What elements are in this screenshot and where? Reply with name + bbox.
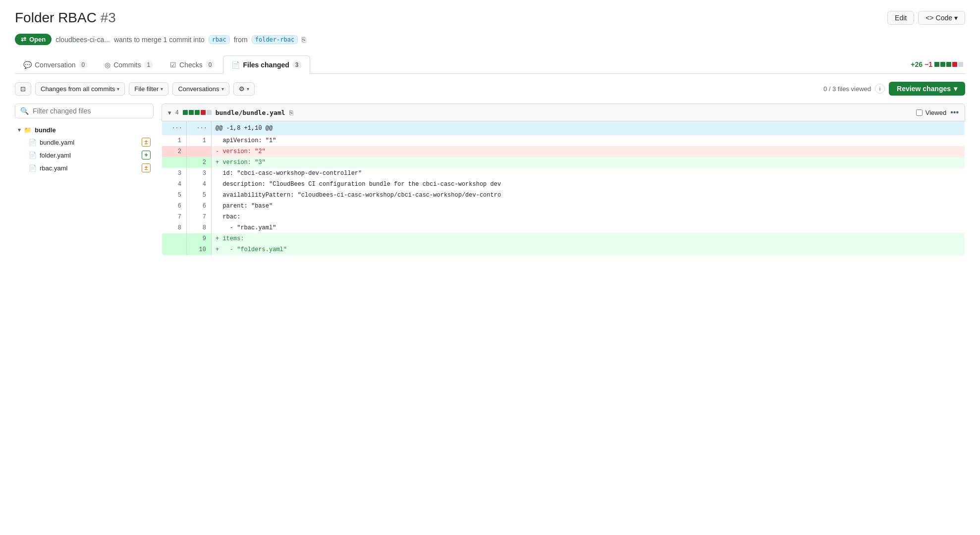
tab-conversation-label: Conversation [35,61,76,69]
collapse-button[interactable]: ⊡ [15,82,31,96]
tab-conversation[interactable]: 💬 Conversation 0 [15,55,96,74]
diff-old-num: 3 [162,168,187,179]
chevron-review-icon: ▾ [954,85,957,93]
search-icon: 🔍 [20,107,29,115]
file-filter-button[interactable]: File filter ▾ [129,82,168,96]
viewed-checkbox[interactable] [916,109,923,116]
code-button[interactable]: <> Code ▾ [918,11,965,25]
gear-icon: ⚙ [239,85,245,93]
diff-line-content: + items: [212,233,965,244]
diff-new-num: 7 [187,212,212,222]
git-merge-icon: ⇄ [21,36,26,43]
tab-checks[interactable]: ☑ Checks 0 [162,55,223,74]
tab-files-changed[interactable]: 📄 Files changed 3 [223,55,310,74]
diff-expand-button[interactable]: ▾ [168,109,171,116]
filter-files-input[interactable] [33,107,148,115]
file-item-bundle-yaml[interactable]: 📄 bundle.yaml ± [15,136,154,149]
diff-old-num: 8 [162,222,187,233]
chevron-settings-icon: ▾ [247,86,249,92]
edit-button[interactable]: Edit [887,11,914,25]
viewed-label: Viewed [926,109,946,116]
info-button[interactable]: i [875,84,885,94]
pr-title-text: Folder RBAC [15,10,97,25]
settings-button[interactable]: ⚙ ▾ [233,82,255,96]
main-layout: 🔍 ▾ 📁 bundle 📄 bundle.yaml ± 📄 folder.ya… [15,104,965,256]
diff-stat-bars [934,62,963,67]
review-changes-button[interactable]: Review changes ▾ [889,82,965,96]
diff-line-content: - version: "2" [212,146,965,157]
diff-bar-1 [934,62,939,67]
files-changed-icon: 📄 [231,61,240,69]
folder-icon: 📁 [24,126,32,134]
diff-line-row: 66 parent: "base" [162,201,965,212]
tab-conversation-count: 0 [79,61,88,68]
file-bar-1 [183,110,188,115]
diff-new-num: 2 [187,157,212,168]
folder-name: bundle [35,126,56,134]
diff-file-header: ▾ 4 bundle/bundle.yaml ⎘ Viewed ••• [162,104,965,121]
file-bar-3 [195,110,200,115]
tab-files-changed-count: 3 [292,61,302,68]
folder-item-bundle[interactable]: ▾ 📁 bundle [15,124,154,136]
diff-old-num [162,233,187,244]
diff-line-row: 9+ items: [162,233,965,244]
review-changes-label: Review changes [897,85,951,93]
status-badge: ⇄ Open [15,34,52,45]
pr-header: Folder RBAC #3 Edit <> Code ▾ [15,10,965,26]
chevron-down-icon: ▾ [954,14,958,22]
diff-new-num: 5 [187,190,212,201]
changes-from-button[interactable]: Changes from all commits ▾ [35,82,125,96]
file-icon-folder: 📄 [29,152,37,159]
diff-table: ······@@ -1,8 +1,10 @@11 apiVersion: "1"… [162,121,965,256]
diff-line-row: 33 id: "cbci-casc-workshop-dev-controlle… [162,168,965,179]
diff-line-content: parent: "base" [212,201,965,212]
diff-hunk-content: @@ -1,8 +1,10 @@ [212,121,965,135]
viewed-checkbox-label[interactable]: Viewed [916,109,946,116]
diff-added-stat: +26 [911,60,923,68]
from-text: from [234,36,248,44]
diff-bar-5 [958,62,963,67]
tab-commits-count: 1 [144,61,153,68]
file-item-folder-yaml[interactable]: 📄 folder.yaml + [15,149,154,161]
diff-old-num [162,157,187,168]
file-bar-4 [201,110,206,115]
diff-old-num: 7 [162,212,187,222]
conversation-icon: 💬 [23,61,32,69]
copy-path-icon[interactable]: ⎘ [289,109,293,116]
tab-commits[interactable]: ◎ Commits 1 [96,55,162,74]
diff-file-bars [183,110,212,115]
diff-old-num: 1 [162,135,187,146]
copy-branch-icon[interactable]: ⎘ [302,36,306,44]
file-icon-rbac: 📄 [29,164,37,172]
file-bar-5 [207,110,212,115]
file-icon-bundle: 📄 [29,139,37,146]
diff-line-row: 2+ version: "3" [162,157,965,168]
merge-text: wants to merge 1 commit into [114,36,205,44]
file-tree: 🔍 ▾ 📁 bundle 📄 bundle.yaml ± 📄 folder.ya… [15,104,154,174]
search-filter-box[interactable]: 🔍 [15,104,154,118]
file-item-name-rbac: 📄 rbac.yaml [29,164,67,172]
diff-file-right: Viewed ••• [916,108,959,117]
diff-more-button[interactable]: ••• [950,108,959,117]
base-branch[interactable]: rbac [209,35,230,44]
diff-line-row: 2- version: "2" [162,146,965,157]
diff-line-row: 77 rbac: [162,212,965,222]
diff-line-content: availabilityPattern: "cloudbees-ci-casc-… [212,190,965,201]
head-branch[interactable]: folder-rbac [252,35,298,44]
diff-file-count: 4 [175,109,179,116]
diff-file-path: bundle/bundle.yaml [216,109,285,116]
filename-rbac: rbac.yaml [40,164,67,172]
commits-icon: ◎ [105,61,110,69]
diff-line-row: 55 availabilityPattern: "cloudbees-ci-ca… [162,190,965,201]
file-item-name-folder: 📄 folder.yaml [29,152,71,159]
diff-bar-4 [952,62,957,67]
diff-new-num: 1 [187,135,212,146]
conversations-button[interactable]: Conversations ▾ [172,82,229,96]
tab-commits-label: Commits [113,61,141,69]
diff-old-num: 5 [162,190,187,201]
file-item-rbac-yaml[interactable]: 📄 rbac.yaml ± [15,161,154,174]
file-bar-2 [189,110,194,115]
diff-line-row: 11 apiVersion: "1" [162,135,965,146]
filename-bundle: bundle.yaml [40,139,74,146]
diff-hunk-dots-left: ··· [162,121,187,135]
